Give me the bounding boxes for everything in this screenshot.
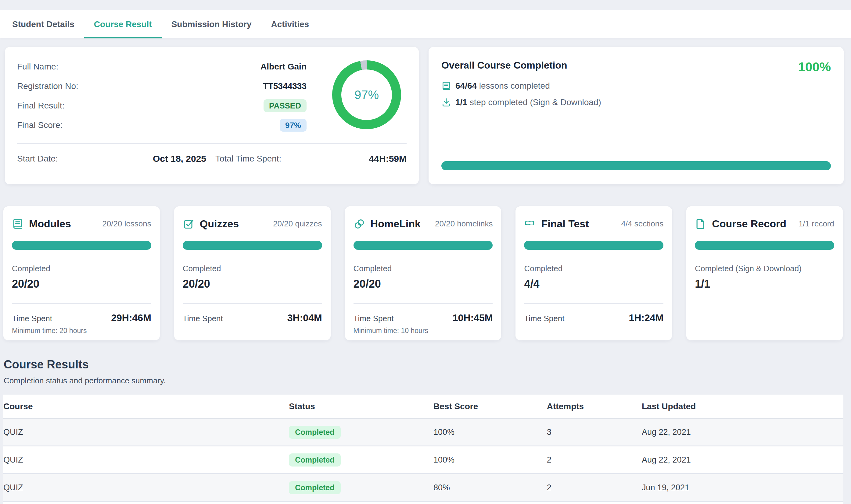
- quizzes-card: Quizzes 20/20 quizzes Completed 20/20 Ti…: [174, 206, 331, 340]
- lessons-text: lessons completed: [479, 81, 550, 90]
- tab-submission-history[interactable]: Submission History: [162, 10, 261, 38]
- lessons-book-icon: [441, 81, 451, 91]
- table-row: QUIZ Completed 100% 3 Aug 22, 2021: [3, 418, 844, 446]
- registration-label: Registration No:: [17, 82, 79, 91]
- full-name-value: Albert Gain: [260, 62, 307, 72]
- card-divider: [12, 303, 151, 304]
- homelink-count: 20/20 homelinks: [435, 219, 492, 229]
- card-divider: [17, 143, 406, 144]
- final-test-completed-label: Completed: [524, 264, 663, 273]
- attempts-cell: 2: [547, 502, 642, 504]
- table-row: QUIZ Completed 100% 2 Aug 22, 2021: [3, 446, 844, 474]
- status-cell: Completed: [289, 474, 433, 502]
- homelink-progress-bar: [353, 241, 493, 250]
- course-record-completed-label: Completed (Sign & Download): [695, 264, 834, 273]
- tab-activities[interactable]: Activities: [261, 10, 319, 38]
- course-results-subtitle: Completion status and performance summar…: [4, 376, 851, 385]
- last-updated-cell: Aug 22, 2021: [642, 446, 844, 474]
- last-updated-cell: Aug 22, 2021: [642, 418, 844, 446]
- course-record-count: 1/1 record: [799, 219, 834, 229]
- status-badge: Completed: [289, 481, 341, 494]
- module-cards-row: Modules 20/20 lessons Completed 20/20 Ti…: [3, 206, 843, 340]
- status-badge: Completed: [289, 426, 341, 439]
- final-test-completed-value: 4/4: [524, 277, 663, 290]
- steps-text: step completed (Sign & Download): [470, 97, 601, 107]
- table-row: QUIZ Completed 80% 2 Jun 19, 2021: [3, 474, 844, 502]
- status-cell: Completed: [289, 446, 433, 474]
- best-score-cell: 100%: [433, 446, 547, 474]
- quizzes-completed-value: 20/20: [183, 277, 322, 290]
- status-cell: Completed: [289, 418, 433, 446]
- steps-line: 1/1 step completed (Sign & Download): [455, 97, 601, 107]
- final-test-card: Final Test 4/4 sections Completed 4/4 Ti…: [516, 206, 672, 340]
- quizzes-count: 20/20 quizzes: [273, 219, 322, 229]
- best-score-cell: 100%: [433, 502, 547, 504]
- link-icon: [353, 218, 365, 230]
- overall-title: Overall Course Completion: [441, 60, 567, 71]
- donut-percent-label: 97%: [354, 88, 379, 102]
- modules-completed-label: Completed: [12, 264, 151, 273]
- homelink-completed-label: Completed: [353, 264, 493, 273]
- quizzes-progress-bar: [183, 241, 322, 250]
- column-best-score: Best Score: [433, 395, 547, 418]
- tab-student-details[interactable]: Student Details: [2, 10, 84, 38]
- column-status: Status: [289, 395, 433, 418]
- steps-count: 1/1: [455, 97, 467, 107]
- course-record-progress-bar: [695, 241, 834, 250]
- homelink-time-value: 10H:45M: [453, 312, 493, 324]
- book-icon: [12, 218, 23, 230]
- overall-progress-bar: [441, 161, 831, 170]
- quizzes-time-value: 3H:04M: [287, 312, 322, 324]
- lessons-line: 64/64 lessons completed: [455, 81, 550, 91]
- total-time-label: Total Time Spent:: [215, 154, 281, 164]
- homelink-time-label: Time Spent: [353, 314, 394, 323]
- download-icon: [441, 97, 451, 107]
- modules-completed-value: 20/20: [12, 277, 151, 290]
- modules-time-value: 29H:46M: [111, 312, 151, 324]
- start-date-label: Start Date:: [17, 154, 58, 164]
- registration-row: Registration No: TT5344333: [17, 80, 307, 93]
- column-course: Course: [3, 395, 289, 418]
- score-badge: 97%: [280, 119, 307, 132]
- registration-value: TT5344333: [263, 82, 307, 91]
- modules-title: Modules: [29, 218, 71, 230]
- overall-completion-card: Overall Course Completion 100% 64/64 les…: [429, 47, 844, 184]
- table-header-row: Course Status Best Score Attempts Last U…: [3, 395, 844, 418]
- course-record-title: Course Record: [712, 218, 786, 230]
- course-results-title: Course Results: [4, 358, 851, 371]
- final-score-label: Final Score:: [17, 120, 63, 130]
- tab-course-result[interactable]: Course Result: [84, 10, 162, 38]
- card-divider: [524, 303, 663, 304]
- tab-bar: Student Details Course Result Submission…: [0, 10, 851, 38]
- start-date-value: Oct 18, 2025: [153, 154, 206, 164]
- passed-badge: PASSED: [263, 99, 307, 112]
- flag-icon: [524, 218, 536, 230]
- course-record-card: Course Record 1/1 record Completed (Sign…: [686, 206, 843, 340]
- modules-card: Modules 20/20 lessons Completed 20/20 Ti…: [3, 206, 160, 340]
- course-cell: QUIZ: [3, 418, 289, 446]
- full-name-row: Full Name: Albert Gain: [17, 60, 307, 73]
- final-test-progress-bar: [524, 241, 663, 250]
- course-cell: QUIZ: [3, 474, 289, 502]
- file-icon: [695, 218, 707, 230]
- attempts-cell: 2: [547, 474, 642, 502]
- completion-donut: 97%: [332, 60, 401, 129]
- column-last-updated: Last Updated: [642, 395, 844, 418]
- attempts-cell: 2: [547, 446, 642, 474]
- total-time-value: 44H:59M: [369, 154, 406, 164]
- column-attempts: Attempts: [547, 395, 642, 418]
- quizzes-title: Quizzes: [200, 218, 239, 230]
- homelink-min-note: Minimum time: 10 hours: [353, 327, 493, 335]
- final-test-time-value: 1H:24M: [629, 312, 663, 324]
- full-name-label: Full Name:: [17, 62, 58, 72]
- overall-percent: 100%: [798, 60, 831, 74]
- card-divider: [183, 303, 322, 304]
- course-cell: QUIZ: [3, 502, 289, 504]
- student-summary-card: Full Name: Albert Gain Registration No: …: [5, 47, 419, 184]
- final-test-count: 4/4 sections: [621, 219, 663, 229]
- quizzes-time-label: Time Spent: [183, 314, 223, 323]
- modules-progress-bar: [12, 241, 151, 250]
- last-updated-cell: Jun 19, 2021: [642, 474, 844, 502]
- best-score-cell: 80%: [433, 474, 547, 502]
- modules-min-note: Minimum time: 20 hours: [12, 327, 151, 335]
